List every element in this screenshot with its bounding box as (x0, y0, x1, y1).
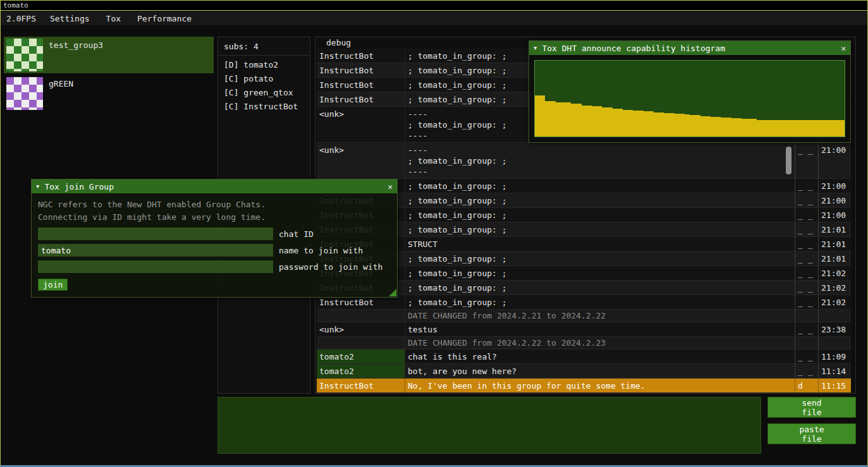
join-button[interactable]: join (38, 279, 68, 291)
histogram-bar (556, 102, 561, 136)
message-flags (795, 310, 819, 322)
system-message-row[interactable]: DATE CHANGED from 2024.2.21 to 2024.2.22 (317, 310, 851, 322)
histogram-bar (582, 106, 587, 136)
histogram-bar (576, 104, 581, 136)
collapse-arrow-icon[interactable]: ▼ (534, 45, 537, 51)
histogram-bar (829, 120, 834, 136)
chat-id-input[interactable] (38, 227, 273, 240)
histogram-bar (649, 111, 654, 136)
menu-performance[interactable]: Performance (129, 11, 200, 26)
message-text: DATE CHANGED from 2024.2.22 to 2024.2.23 (405, 337, 795, 349)
histogram-bar (597, 106, 602, 136)
histogram-bar (804, 120, 809, 136)
message-flags: _ _ (795, 193, 819, 207)
histogram-bar (711, 117, 716, 136)
join-window-titlebar[interactable]: ▼ Tox join Group ✕ (32, 179, 397, 193)
menu-bar: 2.0FPSSettingsToxPerformance (1, 11, 867, 26)
message-flags: _ _ (795, 208, 819, 222)
histogram-bar (767, 120, 773, 136)
message-text: ; tomato_in_group: ; (405, 281, 795, 294)
message-flags: _ _ (795, 364, 819, 378)
histogram-bar (737, 118, 742, 136)
histogram-window-titlebar[interactable]: ▼ Tox DHT announce capability histogram … (529, 41, 850, 55)
histogram-bar (716, 117, 721, 136)
menu-settings[interactable]: Settings (42, 11, 98, 26)
message-text: ; tomato_in_group: ; (405, 266, 795, 280)
sender-name: InstructBot (317, 63, 405, 77)
histogram-bar (757, 120, 762, 136)
group-item-test_group3[interactable]: test_group3 (4, 37, 214, 73)
app-window: tomato 2.0FPSSettingsToxPerformance test… (0, 0, 868, 467)
menu-tox[interactable]: Tox (98, 11, 129, 26)
sender-name: <unk> (317, 143, 405, 178)
histogram-bar (633, 111, 638, 136)
subs-list-item[interactable]: [C] potato (218, 72, 310, 86)
collapse-arrow-icon[interactable]: ▼ (36, 183, 39, 190)
histogram-bar (623, 110, 628, 136)
histogram-bar (680, 114, 685, 136)
sender-name: InstructBot (317, 78, 405, 92)
histogram-bar (752, 119, 757, 136)
group-item-gREEN[interactable]: gREEN (4, 75, 214, 112)
message-time: 21:01 (819, 252, 851, 265)
chat-message-row[interactable]: <unk>----; tomato_in_group: ;----_ _21:0… (317, 143, 851, 179)
sender-name: <unk> (317, 322, 405, 336)
chat-message-row[interactable]: <unk>testus_ _23:38 (317, 322, 851, 337)
message-text: No, I've been in this group for quite so… (405, 379, 795, 392)
histogram-bar (602, 107, 607, 136)
sender-name: tomato2 (317, 364, 405, 378)
join-name-input[interactable] (38, 244, 273, 257)
message-flags: _ _ (795, 237, 819, 251)
paste-file-button[interactable]: paste file (767, 423, 856, 444)
window-titlebar[interactable]: tomato (1, 1, 867, 11)
chat-message-row[interactable]: tomato2bot, are you new here?_ _11:14 (317, 364, 851, 379)
histogram-bar (778, 120, 783, 136)
join-window-body: NGC refers to the New DHT enabled Group … (32, 193, 397, 296)
message-time: 11:15 (819, 379, 851, 392)
message-text: ; tomato_in_group: ; (405, 179, 795, 193)
message-flags: _ _ (795, 252, 819, 265)
subs-list-item[interactable]: [C] green_qtox (218, 86, 310, 100)
histogram-bar (700, 116, 706, 136)
histogram-bar (669, 113, 674, 136)
subs-list-item[interactable]: [D] tomato2 (218, 58, 310, 72)
message-text: chat is this real? (405, 349, 795, 363)
histogram-bar (783, 120, 788, 136)
chat-message-row[interactable]: tomato2chat is this real?_ _11:09 (317, 349, 851, 364)
histogram-bar (587, 106, 592, 136)
histogram-bar (695, 115, 700, 136)
histogram-bar (664, 113, 669, 136)
subs-list-item[interactable]: [C] InstructBot (218, 100, 310, 114)
message-input[interactable] (217, 397, 761, 454)
join-password-input[interactable] (38, 260, 273, 273)
chat-message-row[interactable]: InstructBotNo, I've been in this group f… (317, 379, 851, 393)
dht-capability-histogram (534, 60, 845, 137)
message-flags: _ _ (795, 266, 819, 280)
message-text: ; tomato_in_group: ; (405, 222, 795, 236)
join-info-line: Connecting via ID might take a very long… (38, 211, 391, 224)
sender-name: InstructBot (317, 379, 405, 392)
chat-scrollbar[interactable] (786, 147, 792, 174)
resize-grip[interactable] (389, 289, 396, 296)
histogram-bar (793, 120, 798, 136)
close-icon[interactable]: ✕ (388, 182, 393, 191)
histogram-bar (731, 118, 737, 136)
message-time: 21:00 (819, 208, 851, 222)
message-text: DATE CHANGED from 2024.2.21 to 2024.2.22 (405, 310, 795, 322)
system-message-row[interactable]: DATE CHANGED from 2024.2.22 to 2024.2.23 (317, 337, 851, 349)
histogram-bar (809, 120, 814, 136)
message-time: 21:00 (819, 193, 851, 207)
histogram-bar (726, 118, 731, 136)
join-field-row: name to join with (38, 244, 391, 257)
histogram-bar (798, 120, 804, 136)
close-icon[interactable]: ✕ (841, 44, 846, 53)
histogram-bar (706, 116, 711, 136)
sender-name: InstructBot (317, 49, 405, 63)
histogram-bar (540, 95, 545, 136)
histogram-bar (690, 115, 695, 136)
join-info-text: NGC refers to the New DHT enabled Group … (38, 198, 391, 224)
send-file-button[interactable]: send file (767, 397, 856, 418)
join-info-line: NGC refers to the New DHT enabled Group … (38, 198, 391, 211)
histogram-bar (607, 107, 612, 136)
histogram-bar (834, 120, 840, 136)
